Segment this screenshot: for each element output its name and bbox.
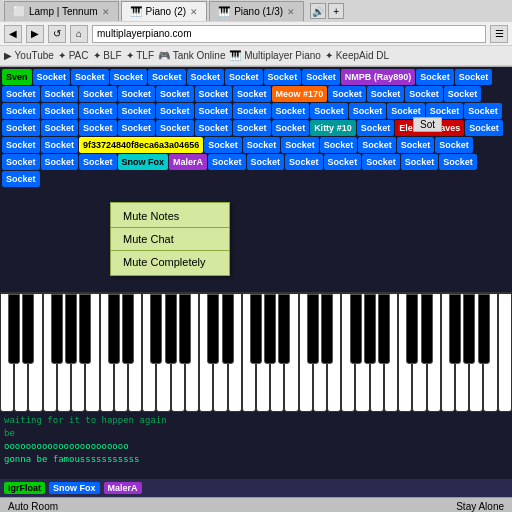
user-tag-28[interactable]: Socket bbox=[156, 103, 194, 119]
black-key-0-5[interactable] bbox=[65, 294, 77, 364]
user-tag-46[interactable]: Socket bbox=[357, 120, 395, 136]
black-key-4-5[interactable] bbox=[463, 294, 475, 364]
black-key-0-1[interactable] bbox=[8, 294, 20, 364]
user-tag-65[interactable]: Socket bbox=[247, 154, 285, 170]
user-tag-3[interactable]: Socket bbox=[110, 69, 148, 85]
bookmark-youtube[interactable]: ▶ YouTube bbox=[4, 50, 54, 61]
bookmark-pac[interactable]: ✦ PAC bbox=[58, 50, 89, 61]
user-tag-23[interactable]: Socket bbox=[444, 86, 482, 102]
user-tag-7[interactable]: Socket bbox=[264, 69, 302, 85]
tab-piano2[interactable]: 🎹 Piano (2) ✕ bbox=[121, 1, 208, 21]
home-button[interactable]: ⌂ bbox=[70, 25, 88, 43]
user-tag-42[interactable]: Socket bbox=[195, 120, 233, 136]
user-tag-57[interactable]: Socket bbox=[397, 137, 435, 153]
user-tag-58[interactable]: Socket bbox=[435, 137, 473, 153]
user-tag-32[interactable]: Socket bbox=[310, 103, 348, 119]
user-tag-22[interactable]: Socket bbox=[405, 86, 443, 102]
user-tag-0[interactable]: Sven bbox=[2, 69, 32, 85]
user-tag-27[interactable]: Socket bbox=[118, 103, 156, 119]
black-key-2-5[interactable] bbox=[264, 294, 276, 364]
menu-mute-completely[interactable]: Mute Completely bbox=[111, 253, 229, 271]
black-key-1-6[interactable] bbox=[179, 294, 191, 364]
user-tag-50[interactable]: Socket bbox=[41, 137, 79, 153]
user-tag-40[interactable]: Socket bbox=[118, 120, 156, 136]
user-tag-2[interactable]: Socket bbox=[71, 69, 109, 85]
user-tag-8[interactable]: Socket bbox=[302, 69, 340, 85]
user-tag-68[interactable]: Socket bbox=[362, 154, 400, 170]
user-tag-53[interactable]: Socket bbox=[243, 137, 281, 153]
tab-piano2-close[interactable]: ✕ bbox=[190, 7, 198, 17]
user-tag-69[interactable]: Socket bbox=[401, 154, 439, 170]
user-tag-4[interactable]: Socket bbox=[148, 69, 186, 85]
black-key-1-4[interactable] bbox=[150, 294, 162, 364]
user-tag-67[interactable]: Socket bbox=[324, 154, 362, 170]
black-key-2-6[interactable] bbox=[278, 294, 290, 364]
user-tag-63[interactable]: MalerA bbox=[169, 154, 207, 170]
tab-piano13-close[interactable]: ✕ bbox=[287, 7, 295, 17]
menu-mute-chat[interactable]: Mute Chat bbox=[111, 230, 229, 248]
back-button[interactable]: ◀ bbox=[4, 25, 22, 43]
user-tag-49[interactable]: Socket bbox=[2, 137, 40, 153]
user-tag-60[interactable]: Socket bbox=[41, 154, 79, 170]
user-tag-52[interactable]: Socket bbox=[204, 137, 242, 153]
bottom-tag-snowfox[interactable]: Snow Fox bbox=[49, 482, 100, 494]
black-key-1-1[interactable] bbox=[108, 294, 120, 364]
tab-lamp-close[interactable]: ✕ bbox=[102, 7, 110, 17]
bookmark-tank[interactable]: 🎮 Tank Online bbox=[158, 50, 225, 61]
menu-mute-notes[interactable]: Mute Notes bbox=[111, 207, 229, 225]
user-tag-15[interactable]: Socket bbox=[118, 86, 156, 102]
user-tag-16[interactable]: Socket bbox=[156, 86, 194, 102]
user-tag-55[interactable]: Socket bbox=[320, 137, 358, 153]
black-key-4-2[interactable] bbox=[421, 294, 433, 364]
user-tag-11[interactable]: Socket bbox=[455, 69, 493, 85]
black-key-0-6[interactable] bbox=[79, 294, 91, 364]
user-tag-54[interactable]: Socket bbox=[281, 137, 319, 153]
user-tag-29[interactable]: Socket bbox=[195, 103, 233, 119]
menu-button[interactable]: ☰ bbox=[490, 25, 508, 43]
user-tag-43[interactable]: Socket bbox=[233, 120, 271, 136]
user-tag-56[interactable]: Socket bbox=[358, 137, 396, 153]
white-key-35[interactable] bbox=[498, 292, 512, 412]
black-key-4-6[interactable] bbox=[478, 294, 490, 364]
user-tag-1[interactable]: Socket bbox=[33, 69, 71, 85]
user-tag-21[interactable]: Socket bbox=[367, 86, 405, 102]
tab-piano13[interactable]: 🎹 Piano (1/3) ✕ bbox=[209, 1, 304, 21]
black-key-0-2[interactable] bbox=[22, 294, 34, 364]
bookmark-mpp[interactable]: 🎹 Multiplayer Piano bbox=[229, 50, 320, 61]
black-key-3-4[interactable] bbox=[350, 294, 362, 364]
user-tag-39[interactable]: Socket bbox=[79, 120, 117, 136]
user-tag-9[interactable]: NMPB (Ray890) bbox=[341, 69, 416, 85]
black-key-1-2[interactable] bbox=[122, 294, 134, 364]
black-key-3-6[interactable] bbox=[378, 294, 390, 364]
black-key-2-2[interactable] bbox=[222, 294, 234, 364]
user-tag-66[interactable]: Socket bbox=[285, 154, 323, 170]
user-tag-64[interactable]: Socket bbox=[208, 154, 246, 170]
new-tab-button[interactable]: + bbox=[328, 3, 344, 19]
user-tag-12[interactable]: Socket bbox=[2, 86, 40, 102]
user-tag-59[interactable]: Socket bbox=[2, 154, 40, 170]
user-tag-71[interactable]: Socket bbox=[2, 171, 40, 187]
sort-button[interactable]: Sot bbox=[413, 117, 442, 132]
user-tag-30[interactable]: Socket bbox=[233, 103, 271, 119]
user-tag-13[interactable]: Socket bbox=[41, 86, 79, 102]
user-tag-31[interactable]: Socket bbox=[272, 103, 310, 119]
user-tag-41[interactable]: Socket bbox=[156, 120, 194, 136]
black-key-1-5[interactable] bbox=[165, 294, 177, 364]
user-tag-19[interactable]: Meow #170 bbox=[272, 86, 328, 102]
user-tag-36[interactable]: Socket bbox=[464, 103, 502, 119]
user-tag-44[interactable]: Socket bbox=[272, 120, 310, 136]
user-tag-38[interactable]: Socket bbox=[41, 120, 79, 136]
user-tag-18[interactable]: Socket bbox=[233, 86, 271, 102]
bookmark-tlf[interactable]: ✦ TLF bbox=[126, 50, 154, 61]
black-key-4-1[interactable] bbox=[406, 294, 418, 364]
black-key-0-4[interactable] bbox=[51, 294, 63, 364]
volume-icon[interactable]: 🔊 bbox=[310, 3, 326, 19]
user-tag-70[interactable]: Socket bbox=[439, 154, 477, 170]
bottom-tag-igrfloat[interactable]: IgrFloat bbox=[4, 482, 45, 494]
bookmark-keepaid[interactable]: ✦ KeepAid DL bbox=[325, 50, 389, 61]
user-tag-62[interactable]: Snow Fox bbox=[118, 154, 169, 170]
user-tag-24[interactable]: Socket bbox=[2, 103, 40, 119]
user-tag-25[interactable]: Socket bbox=[41, 103, 79, 119]
black-key-2-1[interactable] bbox=[207, 294, 219, 364]
tab-lamp[interactable]: ⬜ Lamp | Tennum ✕ bbox=[4, 1, 119, 21]
